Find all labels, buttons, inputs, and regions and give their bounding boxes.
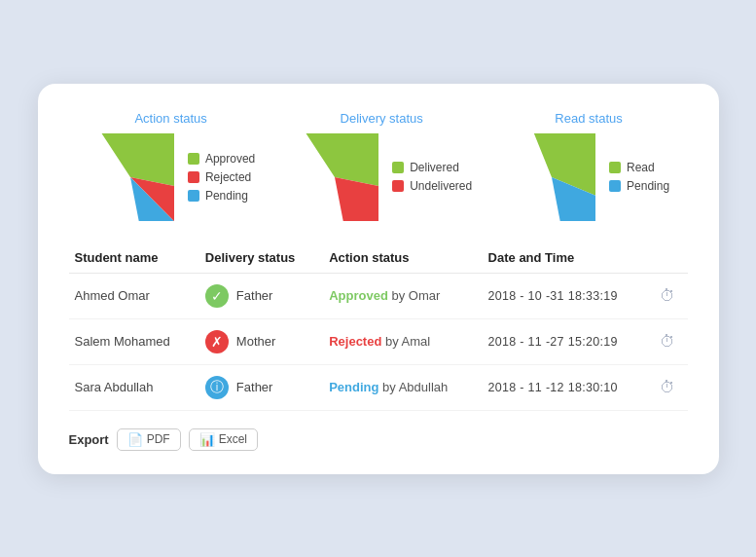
cell-student-name: Salem Mohamed (69, 318, 199, 364)
dot-read (609, 162, 621, 173)
cell-delivery-status: ✓ Father (199, 273, 323, 318)
table-row: Ahmed Omar ✓ Father Approved by Omar 201… (69, 273, 688, 318)
cell-action-status: Pending by Abdullah (323, 364, 482, 410)
table-header-row: Student name Delivery status Action stat… (69, 242, 688, 274)
delivery-relation: Mother (236, 334, 275, 349)
export-excel-button[interactable]: 📊 Excel (189, 428, 258, 451)
chart-action-status: Action status App (87, 111, 255, 221)
table-row: Salem Mohamed ✗ Mother Rejected by Amal … (69, 318, 688, 364)
cell-student-name: Ahmed Omar (69, 273, 199, 318)
chart-action-inner: Approved Rejected Pending (87, 133, 255, 221)
pdf-label: PDF (147, 432, 170, 446)
action-status-label: Approved (329, 288, 388, 303)
pdf-icon: 📄 (127, 432, 143, 447)
delivery-icon-rejected: ✗ (205, 330, 229, 353)
svg-point-6 (508, 133, 595, 221)
chart-delivery-status: Delivery status Delivered Undeliver (291, 111, 472, 221)
action-by-text: by Omar (391, 288, 440, 303)
cell-datetime: 2018 - 10 -31 18:33:19 (483, 273, 655, 318)
legend-read: Read Pending (609, 161, 669, 193)
col-delivery-status: Delivery status (199, 242, 323, 274)
history-icon[interactable]: ⏱ (660, 287, 675, 304)
legend-pending: Pending (188, 189, 255, 203)
action-by-text: by Amal (385, 334, 430, 349)
pie-read (508, 133, 595, 221)
legend-rejected: Rejected (188, 170, 255, 184)
svg-point-2 (87, 133, 174, 221)
cell-datetime: 2018 - 11 -27 15:20:19 (483, 318, 655, 364)
col-datetime: Date and Time (483, 242, 655, 274)
legend-read-label: Read (627, 161, 655, 174)
legend-action: Approved Rejected Pending (188, 152, 255, 203)
table-row: Sara Abdullah ⓘ Father Pending by Abdull… (69, 364, 688, 410)
legend-pending-label: Pending (205, 189, 248, 203)
legend-delivered: Delivered (392, 161, 472, 174)
excel-icon: 📊 (199, 432, 215, 447)
cell-history-icon: ⏱ (654, 273, 687, 318)
legend-undelivered: Undelivered (392, 179, 472, 193)
legend-approved: Approved (188, 152, 255, 166)
legend-delivery: Delivered Undelivered (392, 161, 472, 193)
legend-undelivered-label: Undelivered (410, 179, 472, 193)
legend-read-item: Read (609, 161, 669, 174)
legend-read-pending-label: Pending (627, 179, 669, 193)
delivery-icon-pending: ⓘ (205, 376, 229, 399)
action-status-label: Rejected (329, 334, 381, 349)
dot-pending (188, 190, 199, 202)
export-label: Export (69, 432, 109, 447)
cell-student-name: Sara Abdullah (69, 364, 199, 410)
data-table-wrap: Student name Delivery status Action stat… (69, 242, 688, 411)
chart-action-title: Action status (134, 111, 206, 126)
export-bar: Export 📄 PDF 📊 Excel (69, 428, 688, 451)
pie-action (87, 133, 174, 221)
dot-approved (188, 153, 199, 165)
pie-delivery (291, 133, 378, 221)
dot-undelivered (392, 180, 404, 192)
legend-delivered-label: Delivered (410, 161, 459, 174)
dot-rejected (188, 171, 199, 183)
cell-datetime: 2018 - 11 -12 18:30:10 (483, 364, 655, 410)
chart-delivery-title: Delivery status (341, 111, 423, 126)
delivery-relation: Father (236, 288, 273, 303)
action-by-text: by Abdullah (382, 380, 448, 394)
delivery-relation: Father (236, 380, 273, 394)
col-history (654, 242, 687, 274)
col-action-status: Action status (323, 242, 482, 274)
cell-history-icon: ⏱ (654, 364, 687, 410)
cell-action-status: Approved by Omar (323, 273, 482, 318)
chart-delivery-inner: Delivered Undelivered (291, 133, 472, 221)
datetime-value: 2018 - 10 -31 18:33:19 (488, 289, 618, 303)
legend-read-pending: Pending (609, 179, 669, 193)
main-card: Action status App (38, 84, 719, 474)
cell-action-status: Rejected by Amal (323, 318, 482, 364)
cell-delivery-status: ✗ Mother (199, 318, 323, 364)
legend-rejected-label: Rejected (205, 170, 251, 184)
chart-read-inner: Read Pending (508, 133, 669, 221)
export-pdf-button[interactable]: 📄 PDF (117, 428, 181, 451)
datetime-value: 2018 - 11 -27 15:20:19 (488, 335, 618, 349)
history-icon[interactable]: ⏱ (660, 333, 675, 350)
col-student-name: Student name (69, 242, 199, 274)
history-icon[interactable]: ⏱ (660, 379, 675, 395)
chart-read-title: Read status (555, 111, 622, 126)
excel-label: Excel (219, 432, 247, 446)
cell-history-icon: ⏱ (654, 318, 687, 364)
cell-delivery-status: ⓘ Father (199, 364, 323, 410)
chart-read-status: Read status Read Pending (508, 111, 669, 221)
dot-read-pending (609, 180, 621, 192)
svg-point-4 (291, 133, 378, 221)
action-status-label: Pending (329, 380, 378, 394)
delivery-icon-approved: ✓ (205, 284, 229, 308)
datetime-value: 2018 - 11 -12 18:30:10 (488, 381, 618, 394)
legend-approved-label: Approved (205, 152, 255, 166)
data-table: Student name Delivery status Action stat… (69, 242, 688, 411)
charts-row: Action status App (69, 111, 688, 221)
dot-delivered (392, 162, 404, 173)
